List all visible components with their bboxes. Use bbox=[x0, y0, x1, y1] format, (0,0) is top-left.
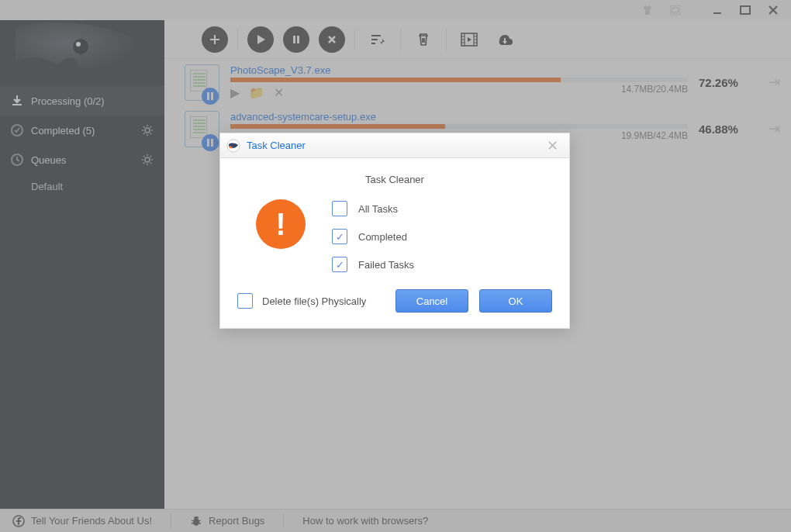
checkbox-icon: ✓ bbox=[332, 229, 347, 244]
checkbox-completed[interactable]: ✓ Completed bbox=[332, 229, 414, 244]
delete-physically-label: Delete file(s) Physically bbox=[262, 295, 366, 307]
checkbox-icon bbox=[332, 201, 347, 216]
cancel-button[interactable]: Cancel bbox=[396, 289, 468, 313]
checkbox-delete-physically[interactable]: Delete file(s) Physically bbox=[237, 293, 366, 309]
dialog-heading: Task Cleaner bbox=[236, 174, 554, 185]
task-cleaner-dialog: Task Cleaner ✕ Task Cleaner ! All Tasks … bbox=[219, 133, 570, 329]
checkbox-icon bbox=[237, 293, 253, 309]
checkbox-all-tasks[interactable]: All Tasks bbox=[332, 201, 414, 216]
ok-button[interactable]: OK bbox=[479, 289, 552, 313]
checkbox-failed-label: Failed Tasks bbox=[358, 259, 414, 271]
dialog-close-icon[interactable]: ✕ bbox=[542, 137, 563, 154]
alert-icon: ! bbox=[256, 199, 306, 249]
checkbox-failed[interactable]: ✓ Failed Tasks bbox=[332, 257, 414, 272]
checkbox-completed-label: Completed bbox=[358, 231, 407, 243]
checkbox-all-label: All Tasks bbox=[358, 203, 398, 215]
dialog-title: Task Cleaner bbox=[247, 140, 306, 151]
checkbox-icon: ✓ bbox=[332, 257, 347, 272]
app-window: Processing (0/2) Completed (5) Queues De… bbox=[0, 0, 791, 532]
app-icon bbox=[226, 139, 240, 153]
dialog-titlebar[interactable]: Task Cleaner ✕ bbox=[220, 133, 569, 158]
